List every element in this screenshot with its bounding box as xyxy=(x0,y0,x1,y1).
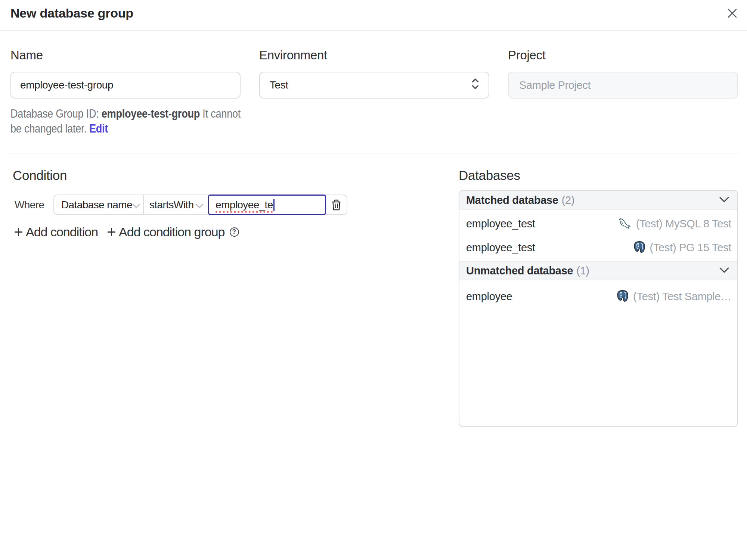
matched-database-rows: employee_test (Test) MySQL 8 Test employ… xyxy=(459,210,737,261)
condition-actions: Add condition Add condition group ? xyxy=(15,224,360,240)
group-id-value: employee-test-group xyxy=(102,107,200,120)
dialog-title: New database group xyxy=(10,5,133,21)
value-input[interactable]: employee_te xyxy=(209,195,326,214)
add-condition-label: Add condition xyxy=(26,224,98,240)
postgresql-icon xyxy=(616,290,629,303)
close-button[interactable] xyxy=(727,8,737,18)
unmatched-database-count: (1) xyxy=(576,265,589,277)
mysql-icon xyxy=(618,217,632,231)
environment-field-group: Environment Test xyxy=(259,48,489,136)
chevron-down-icon xyxy=(132,199,140,211)
condition-row: Where Database name startsWith xyxy=(13,195,360,215)
databases-section: Databases Matched database (2) employee_… xyxy=(459,153,738,427)
where-label: Where xyxy=(15,199,53,211)
project-field-group: Project Sample Project xyxy=(508,48,738,136)
name-field-group: Name employee-test-group Database Group … xyxy=(10,48,241,136)
database-row[interactable]: employee (Test) Test Sample… xyxy=(459,284,737,308)
database-instance: (Test) MySQL 8 Test xyxy=(636,218,731,230)
plus-icon xyxy=(15,228,22,236)
delete-condition-button[interactable] xyxy=(326,195,347,214)
matched-database-title: Matched database xyxy=(466,194,558,206)
text-caret xyxy=(273,199,275,211)
form-row: Name employee-test-group Database Group … xyxy=(10,48,738,136)
database-name: employee_test xyxy=(466,242,535,254)
condition-section: Condition Where Database name startsWith xyxy=(13,153,360,240)
chevron-down-icon xyxy=(195,199,204,211)
dialog-header: New database group xyxy=(0,0,747,31)
name-input-value: employee-test-group xyxy=(20,79,113,91)
databases-panel: Matched database (2) employee_test (Test… xyxy=(459,190,738,427)
unmatched-database-header[interactable]: Unmatched database (1) xyxy=(459,261,737,280)
database-instance: (Test) PG 15 Test xyxy=(650,242,731,254)
unmatched-database-title: Unmatched database xyxy=(466,265,573,277)
add-condition-group-button[interactable]: Add condition group xyxy=(108,224,224,240)
database-row[interactable]: employee_test (Test) MySQL 8 Test xyxy=(459,212,737,236)
project-label: Project xyxy=(508,48,738,63)
add-condition-group-label: Add condition group xyxy=(119,224,224,240)
chevron-down-icon xyxy=(719,197,729,204)
name-label: Name xyxy=(10,48,241,63)
environment-select-value: Test xyxy=(270,79,288,91)
close-icon xyxy=(728,9,737,18)
database-name: employee xyxy=(466,290,512,303)
condition-expression-group: Database name startsWith employee_te xyxy=(53,195,347,215)
database-row[interactable]: employee_test (Test) PG 15 Test xyxy=(459,236,737,259)
project-input-placeholder: Sample Project xyxy=(519,79,591,91)
databases-heading: Databases xyxy=(459,167,738,184)
database-instance: (Test) Test Sample… xyxy=(633,290,731,303)
condition-heading: Condition xyxy=(13,167,360,184)
edit-id-link[interactable]: Edit xyxy=(89,122,108,135)
operator-select[interactable]: startsWith xyxy=(144,195,209,214)
database-name: employee_test xyxy=(466,218,535,230)
environment-label: Environment xyxy=(259,48,489,63)
value-input-text: employee_te xyxy=(216,199,273,211)
postgresql-icon xyxy=(633,241,646,254)
group-id-hint-prefix: Database Group ID: xyxy=(10,107,102,120)
project-input[interactable]: Sample Project xyxy=(508,72,738,99)
select-updown-icon xyxy=(472,78,479,93)
name-input[interactable]: employee-test-group xyxy=(10,72,241,99)
add-condition-button[interactable]: Add condition xyxy=(15,224,98,240)
factor-select[interactable]: Database name xyxy=(54,195,144,214)
environment-select[interactable]: Test xyxy=(259,72,489,99)
group-id-hint: Database Group ID: employee-test-group I… xyxy=(10,106,246,136)
factor-select-value: Database name xyxy=(61,199,132,211)
help-icon[interactable]: ? xyxy=(230,227,239,237)
chevron-down-icon xyxy=(719,267,729,274)
trash-icon xyxy=(332,199,341,211)
matched-database-header[interactable]: Matched database (2) xyxy=(459,191,737,210)
plus-icon xyxy=(108,228,115,236)
unmatched-database-rows: employee (Test) Test Sample… xyxy=(459,280,737,310)
operator-select-value: startsWith xyxy=(149,199,193,211)
matched-database-count: (2) xyxy=(562,194,575,206)
